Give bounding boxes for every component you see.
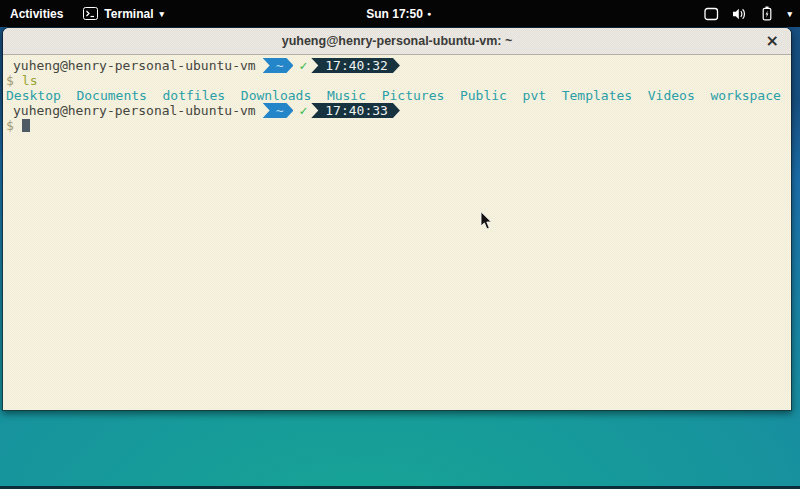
gnome-top-bar: Activities Terminal ▾ Sun 17:50 ● <box>0 0 800 27</box>
clock-menu[interactable]: Sun 17:50 ● <box>366 0 431 27</box>
input-line: $ <box>3 118 791 133</box>
terminal-window: yuheng@henry-personal-ubuntu-vm: ~ × yuh… <box>2 27 792 411</box>
clock-label: Sun 17:50 <box>366 7 423 21</box>
prompt-time: 17:40:32 <box>325 58 388 73</box>
display-icon <box>704 7 719 21</box>
prompt-path-segment: ~ <box>263 103 294 118</box>
titlebar[interactable]: yuheng@henry-personal-ubuntu-vm: ~ × <box>3 28 791 55</box>
activities-button[interactable]: Activities <box>10 7 63 21</box>
window-title: yuheng@henry-personal-ubuntu-vm: ~ <box>282 34 513 48</box>
ls-output-line: Desktop Documents dotfiles Downloads Mus… <box>3 88 791 103</box>
chevron-down-icon: ▾ <box>787 10 792 19</box>
prompt-time: 17:40:33 <box>325 103 388 118</box>
prompt-user: yuheng@henry-personal-ubuntu-vm <box>13 58 256 73</box>
prompt-time-segment: 17:40:32 <box>311 58 400 73</box>
prompt-symbol: $ <box>6 118 14 133</box>
battery-charging-icon <box>760 6 774 21</box>
top-bar-left: Activities Terminal ▾ <box>0 7 164 21</box>
prompt-path: ~ <box>276 58 284 73</box>
prompt-symbol: $ <box>6 73 14 88</box>
prompt-status-check-icon: ✓ <box>299 103 307 118</box>
prompt-line: yuheng@henry-personal-ubuntu-vm ~ ✓ 17:4… <box>3 103 791 118</box>
terminal-icon <box>83 7 98 20</box>
prompt-time-segment: 17:40:33 <box>311 103 400 118</box>
prompt-line: yuheng@henry-personal-ubuntu-vm ~ ✓ 17:4… <box>3 58 791 73</box>
notification-dot: ● <box>427 10 431 17</box>
close-button[interactable]: × <box>766 30 779 52</box>
typed-command: ls <box>22 73 38 88</box>
prompt-path-segment: ~ <box>263 58 294 73</box>
terminal-cursor <box>22 119 30 132</box>
app-menu-terminal[interactable]: Terminal ▾ <box>83 7 164 21</box>
prompt-path: ~ <box>276 103 284 118</box>
system-status-menu[interactable]: ▾ <box>704 0 792 27</box>
chevron-down-icon: ▾ <box>159 10 164 19</box>
terminal-content[interactable]: yuheng@henry-personal-ubuntu-vm ~ ✓ 17:4… <box>3 55 791 410</box>
command-line: $ ls <box>3 73 791 88</box>
prompt-user: yuheng@henry-personal-ubuntu-vm <box>13 103 256 118</box>
app-menu-label: Terminal <box>104 7 153 21</box>
volume-icon <box>732 7 747 21</box>
prompt-status-check-icon: ✓ <box>299 58 307 73</box>
